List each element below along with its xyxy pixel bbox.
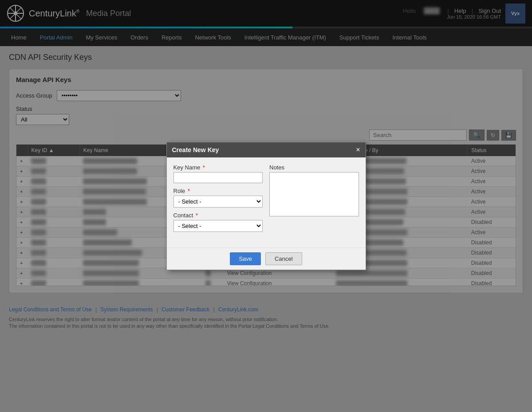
modal-footer: Save Cancel bbox=[167, 247, 366, 270]
contact-select[interactable]: - Select - bbox=[173, 220, 263, 232]
modal-right: Notes bbox=[269, 164, 359, 236]
notes-field: Notes bbox=[269, 164, 359, 218]
modal-close-button[interactable]: × bbox=[356, 146, 360, 154]
cancel-button[interactable]: Cancel bbox=[265, 252, 302, 265]
create-key-modal: Create New Key × Key Name * Role bbox=[166, 142, 366, 270]
save-button[interactable]: Save bbox=[230, 252, 261, 265]
key-name-field: Key Name * bbox=[173, 164, 263, 183]
contact-field: Contact * - Select - bbox=[173, 212, 263, 232]
role-select[interactable]: - Select - bbox=[173, 196, 263, 208]
modal-header: Create New Key × bbox=[167, 142, 366, 157]
modal-title: Create New Key bbox=[172, 146, 219, 153]
role-field: Role * - Select - bbox=[173, 188, 263, 208]
role-label: Role * bbox=[173, 188, 263, 194]
notes-label: Notes bbox=[269, 164, 359, 171]
modal-body: Key Name * Role * - Select - bbox=[167, 157, 366, 247]
notes-textarea[interactable] bbox=[269, 172, 359, 216]
modal-form-row: Key Name * Role * - Select - bbox=[173, 164, 359, 236]
modal-left: Key Name * Role * - Select - bbox=[173, 164, 263, 236]
modal-overlay[interactable]: Create New Key × Key Name * Role bbox=[0, 0, 532, 412]
key-name-label: Key Name * bbox=[173, 164, 263, 171]
key-name-input[interactable] bbox=[173, 172, 263, 183]
contact-label: Contact * bbox=[173, 212, 263, 219]
